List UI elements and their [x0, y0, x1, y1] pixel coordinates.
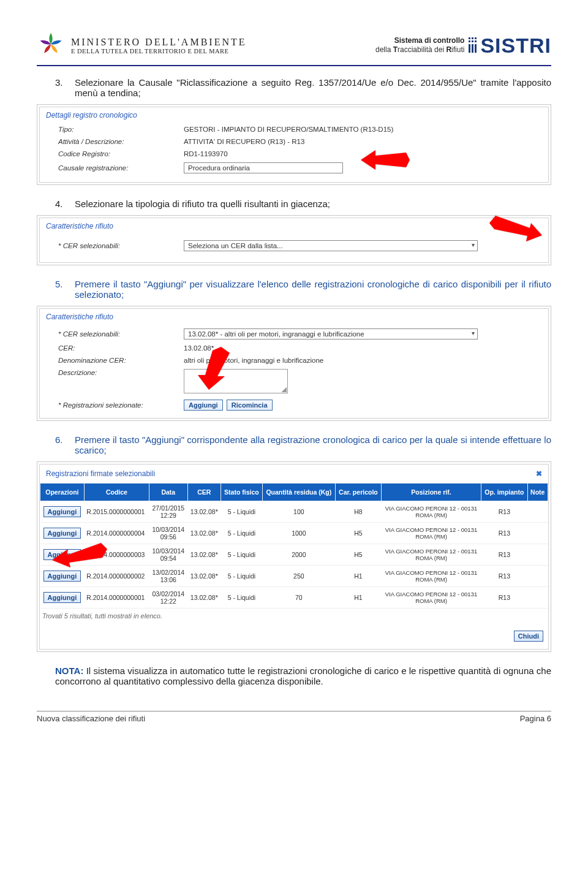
step-6: 6. Premere il tasto "Aggiungi" corrispon…	[55, 434, 551, 455]
svg-marker-11	[198, 347, 230, 390]
cell-stato: 5 - Liquidi	[221, 501, 263, 523]
label-codice-registro: Codice Registro:	[58, 150, 184, 157]
aggiungi-row-button[interactable]: Aggiungi	[43, 506, 81, 517]
cell-note	[527, 566, 548, 587]
panel-caratteristiche-rifiuto-1: Caratteristiche rifiuto * CER selezionab…	[37, 215, 551, 265]
th-operazioni: Operazioni	[40, 484, 85, 501]
footer-right: Pagina 6	[520, 714, 551, 723]
table-row: AggiungiR.2015.000000000127/01/201512:29…	[40, 501, 548, 523]
table-row: AggiungiR.2014.000000000103/02/201412:22…	[40, 587, 548, 609]
aggiungi-row-button[interactable]: Aggiungi	[43, 528, 81, 539]
aggiungi-button[interactable]: Aggiungi	[184, 400, 223, 411]
cell-posizione: VIA GIACOMO PERONI 12 - 00131ROMA (RM)	[381, 544, 481, 566]
step-text: Selezionare la tipologia di rifiuto tra …	[75, 199, 551, 209]
aggiungi-row-button[interactable]: Aggiungi	[43, 592, 81, 603]
ministry-line1: MINISTERO DELL'AMBIENTE	[71, 37, 247, 48]
aggiungi-row-button[interactable]: Aggiungi	[43, 571, 81, 582]
label-descrizione: Descrizione:	[58, 369, 184, 376]
header-right: Sistema di controllo della Tracciabilità…	[375, 34, 551, 58]
panel-title: Dettagli registro cronologico	[40, 107, 548, 121]
svg-rect-6	[469, 44, 470, 53]
cell-stato: 5 - Liquidi	[221, 523, 263, 544]
svg-marker-10	[489, 216, 542, 241]
svg-rect-1	[472, 37, 473, 39]
causale-select[interactable]: Procedura ordinaria	[184, 162, 343, 173]
cell-qta: 2000	[262, 544, 335, 566]
th-cer: CER	[187, 484, 221, 501]
svg-rect-0	[469, 37, 470, 39]
step-number: 4.	[55, 199, 64, 209]
cell-codice: R.2015.0000000001	[84, 501, 149, 523]
cell-qta: 70	[262, 587, 335, 609]
label-cer-selezionabili: * CER selezionabili:	[58, 330, 184, 338]
cell-cer: 13.02.08*	[187, 523, 221, 544]
step-number: 6.	[55, 434, 64, 455]
cell-codice: R.2014.0000000001	[84, 587, 149, 609]
step-4: 4. Selezionare la tipologia di rifiuto t…	[55, 199, 551, 209]
table-row: AggiungiR.2014.000000000213/02/201413:06…	[40, 566, 548, 587]
svg-rect-5	[475, 40, 477, 42]
value-tipo: GESTORI - IMPIANTO DI RECUPERO/SMALTIMEN…	[184, 126, 548, 133]
cell-qta: 1000	[262, 523, 335, 544]
panel-title: Caratteristiche rifiuto	[40, 218, 548, 232]
cell-note	[527, 587, 548, 609]
th-car-pericolo: Car. pericolo	[336, 484, 382, 501]
cell-note	[527, 501, 548, 523]
cell-note	[527, 523, 548, 544]
red-arrow-icon	[361, 148, 410, 175]
label-cer: CER:	[58, 344, 184, 352]
close-icon[interactable]: ✖	[536, 469, 542, 478]
step-text: Premere il tasto "Aggiungi" corrisponden…	[75, 434, 551, 455]
value-attivita: ATTIVITA' DI RECUPERO (R13) - R13	[184, 138, 548, 145]
value-cer: 13.02.08*	[184, 344, 548, 352]
label-attivita: Attività / Descrizione:	[58, 138, 184, 145]
page-header: MINISTERO DELL'AMBIENTE E DELLA TUTELA D…	[37, 31, 551, 66]
table-row: AggiungiR.2014.000000000310/03/201409:54…	[40, 544, 548, 566]
cell-opimp: R13	[481, 544, 527, 566]
panel-registrazioni-firmate: Registrazioni firmate selezionabili ✖ Op…	[37, 461, 551, 652]
label-denominazione: Denominazione CER:	[58, 357, 184, 364]
cer-select[interactable]: Seleziona un CER dalla lista...	[184, 240, 478, 251]
svg-rect-4	[472, 40, 473, 42]
cell-data: 10/03/201409:54	[149, 544, 187, 566]
sistri-logo: SISTRI	[480, 34, 551, 58]
ministry-text: MINISTERO DELL'AMBIENTE E DELLA TUTELA D…	[71, 37, 247, 55]
barcode-icon	[468, 36, 477, 55]
panel-caratteristiche-rifiuto-2: Caratteristiche rifiuto * CER selezionab…	[37, 306, 551, 421]
panel-title: Caratteristiche rifiuto	[40, 309, 548, 322]
cell-cer: 13.02.08*	[187, 544, 221, 566]
step-number: 3.	[55, 77, 64, 98]
step-text: Selezionare la Causale "Riclassificazion…	[75, 77, 551, 98]
sistri-subtitle: Sistema di controllo della Tracciabilità…	[375, 36, 464, 55]
cell-opimp: R13	[481, 501, 527, 523]
cer-select-value[interactable]: 13.02.08* - altri oli per motori, ingran…	[184, 328, 478, 339]
cell-car: H5	[336, 523, 382, 544]
cell-posizione: VIA GIACOMO PERONI 12 - 00131ROMA (RM)	[381, 523, 481, 544]
table-header-row: Operazioni Codice Data CER Stato fisico …	[40, 484, 548, 501]
cell-car: H1	[336, 566, 382, 587]
red-arrow-icon	[197, 347, 235, 392]
cell-data: 03/02/201412:22	[149, 587, 187, 609]
ministry-line2: E DELLA TUTELA DEL TERRITORIO E DEL MARE	[71, 48, 247, 55]
cell-opimp: R13	[481, 523, 527, 544]
ricomincia-button[interactable]: Ricomincia	[227, 400, 273, 411]
step-text: Premere il tasto "Aggiungi" per visualiz…	[75, 279, 551, 300]
step-5: 5. Premere il tasto "Aggiungi" per visua…	[55, 279, 551, 300]
cell-stato: 5 - Liquidi	[221, 587, 263, 609]
cell-cer: 13.02.08*	[187, 501, 221, 523]
th-codice: Codice	[84, 484, 149, 501]
chiudi-button[interactable]: Chiudi	[514, 631, 543, 642]
cell-stato: 5 - Liquidi	[221, 566, 263, 587]
svg-rect-7	[472, 44, 473, 53]
cell-qta: 100	[262, 501, 335, 523]
cell-data: 27/01/201512:29	[149, 501, 187, 523]
cell-data: 10/03/201409:56	[149, 523, 187, 544]
label-causale: Causale registrazione:	[58, 164, 184, 172]
label-cer-selezionabili: * CER selezionabili:	[58, 242, 184, 249]
red-arrow-icon	[52, 539, 107, 570]
label-registrazioni-selezionate: * Registrazioni selezionate:	[58, 401, 184, 409]
svg-marker-9	[361, 150, 410, 170]
cell-data: 13/02/201413:06	[149, 566, 187, 587]
svg-rect-3	[469, 40, 470, 42]
step-3: 3. Selezionare la Causale "Riclassificaz…	[55, 77, 551, 98]
